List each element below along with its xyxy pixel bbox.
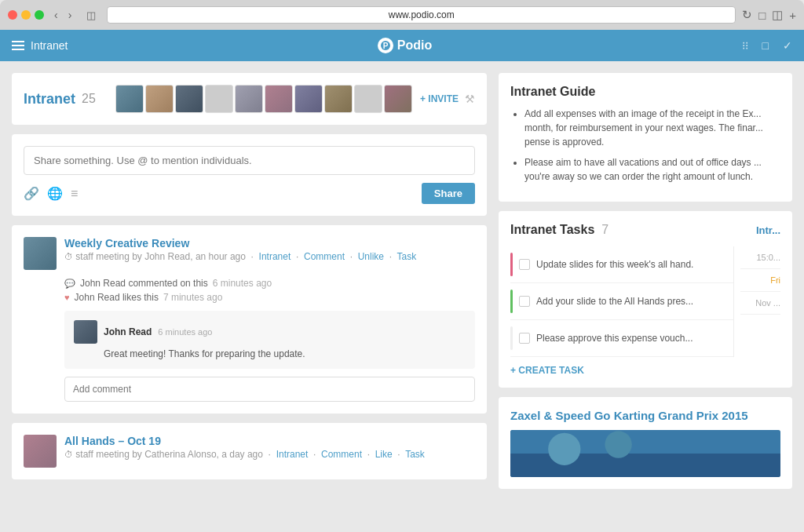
member-avatar xyxy=(354,85,382,113)
close-button[interactable] xyxy=(8,10,17,20)
svg-point-5 xyxy=(605,431,631,457)
task-due-3: Nov ... xyxy=(755,298,780,308)
tasks-title: Intranet Tasks 7 xyxy=(510,223,608,237)
workspace-count: 25 xyxy=(82,92,96,106)
share-browser-button[interactable]: □ xyxy=(758,9,766,22)
workspace-title-text: Intranet xyxy=(24,91,75,107)
address-bar[interactable]: www.podio.com xyxy=(107,6,736,24)
task-checkbox-3[interactable] xyxy=(519,333,530,344)
task-accent-2 xyxy=(510,290,513,313)
reload-button[interactable]: ↻ xyxy=(742,8,752,22)
workspace-link[interactable]: Intranet xyxy=(259,251,291,262)
karting-image xyxy=(510,430,780,477)
fullscreen-button[interactable]: ◫ xyxy=(772,8,783,22)
activity-text-2: John Read likes this xyxy=(75,292,159,303)
left-panel: Intranet 25 + INVITE ⚒ xyxy=(0,61,499,532)
workspace-members: + INVITE ⚒ xyxy=(115,85,475,113)
comment-time: 6 minutes ago xyxy=(158,327,212,337)
comment-activity-icon xyxy=(64,278,75,289)
checkmark-icon[interactable]: ✓ xyxy=(783,39,792,52)
activity-time-2: 7 minutes ago xyxy=(163,292,222,303)
member-avatar xyxy=(115,85,144,113)
task-accent-1 xyxy=(510,253,513,276)
globe-icon[interactable]: 🌐 xyxy=(47,186,63,201)
post2-meta: staff meeting by Catherina Alonso, a day… xyxy=(64,449,475,460)
task-item-1: Update slides for this week's all hand. xyxy=(510,246,733,283)
activity-time-1: 6 minutes ago xyxy=(213,278,272,289)
link-icon[interactable]: 🔗 xyxy=(24,186,39,201)
guide-section: Intranet Guide Add all expenses with an … xyxy=(499,73,792,202)
tasks-side-title[interactable]: Intr... xyxy=(756,224,780,236)
member-avatar xyxy=(235,85,263,113)
tasks-count: 7 xyxy=(598,223,608,236)
member-avatar xyxy=(205,85,233,113)
guide-title: Intranet Guide xyxy=(510,85,780,99)
member-avatar xyxy=(265,85,293,113)
workspace-header: Intranet 25 + INVITE ⚒ xyxy=(12,73,487,125)
task-text-3: Please approve this expense vouch... xyxy=(536,333,693,344)
right-panel: Intranet Guide Add all expenses with an … xyxy=(499,61,804,532)
task-checkbox-1[interactable] xyxy=(519,259,530,270)
list-icon[interactable]: ≡ xyxy=(71,187,78,201)
post-card-2: All Hands – Oct 19 staff meeting by Cath… xyxy=(12,423,487,479)
guide-item-1: Add all expenses with an image of the re… xyxy=(524,107,780,149)
task-item-2: Add your slide to the All Hands pres... xyxy=(510,283,733,320)
post2-task-link[interactable]: Task xyxy=(405,449,425,460)
task-checkbox-2[interactable] xyxy=(519,296,530,307)
task-text-2: Add your slide to the All Hands pres... xyxy=(536,296,693,307)
comment-text: Great meeting! Thanks for preparing the … xyxy=(104,348,466,359)
svg-point-4 xyxy=(548,433,580,465)
minimize-button[interactable] xyxy=(21,10,31,20)
member-avatar xyxy=(384,85,412,113)
task-item-3: Please approve this expense vouch... xyxy=(510,320,733,357)
tasks-section: Intranet Tasks 7 Intr... Update slides f… xyxy=(499,211,792,388)
share-button[interactable]: Share xyxy=(422,183,475,204)
hamburger-menu[interactable] xyxy=(12,41,24,50)
svg-text:P: P xyxy=(382,42,388,50)
back-button[interactable]: ‹ xyxy=(50,7,62,23)
comment-link[interactable]: Comment xyxy=(304,251,345,262)
settings-icon[interactable]: ⚒ xyxy=(465,93,475,105)
task-due-2: Fri xyxy=(770,275,780,285)
post2-author-avatar xyxy=(24,435,57,468)
post2-title[interactable]: All Hands – Oct 19 xyxy=(64,435,475,447)
post2-like-link[interactable]: Like xyxy=(375,449,393,460)
post-author-avatar xyxy=(24,237,57,270)
member-avatar xyxy=(175,85,203,113)
task-link[interactable]: Task xyxy=(397,251,416,262)
new-tab-button[interactable]: + xyxy=(789,9,796,22)
guide-item-2: Please aim to have all vacations and out… xyxy=(524,155,780,184)
traffic-lights xyxy=(8,10,44,20)
window-icon[interactable]: □ xyxy=(762,39,769,52)
member-avatar xyxy=(145,85,174,113)
maximize-button[interactable] xyxy=(35,10,44,20)
invite-button[interactable]: + INVITE xyxy=(420,93,459,104)
member-avatar xyxy=(324,85,353,113)
create-task-button[interactable]: + CREATE TASK xyxy=(510,365,584,376)
post-meta: staff meeting by John Read, an hour ago … xyxy=(64,251,475,262)
task-accent-3 xyxy=(510,326,513,350)
post2-comment-link[interactable]: Comment xyxy=(321,449,362,460)
task-due-1: 15:0... xyxy=(756,253,780,262)
app-name-label: Intranet xyxy=(31,39,68,52)
karting-title[interactable]: Zaxel & Speed Go Karting Grand Prix 2015 xyxy=(510,409,780,422)
forward-button[interactable]: › xyxy=(64,7,76,23)
brand-name: Podio xyxy=(397,38,432,53)
karting-section: Zaxel & Speed Go Karting Grand Prix 2015 xyxy=(499,397,792,489)
comment-author: John Read xyxy=(104,326,152,337)
clock-icon xyxy=(64,251,73,262)
grid-icon[interactable]: ⁝⁝ xyxy=(742,39,748,52)
add-comment-input[interactable] xyxy=(64,377,475,402)
unlike-link[interactable]: Unlike xyxy=(358,251,384,262)
post-title[interactable]: Weekly Creative Review xyxy=(64,237,475,250)
commenter-avatar xyxy=(74,320,97,344)
tab-view-button[interactable]: ◫ xyxy=(82,8,100,23)
guide-list: Add all expenses with an image of the re… xyxy=(510,107,780,184)
comment-block: John Read 6 minutes ago Great meeting! T… xyxy=(64,311,475,369)
share-box: 🔗 🌐 ≡ Share xyxy=(12,134,487,216)
app-bar: Intranet P Podio ⁝⁝ □ ✓ xyxy=(0,30,804,61)
clock2-icon xyxy=(64,449,73,460)
share-input[interactable] xyxy=(24,146,475,175)
post2-workspace-link[interactable]: Intranet xyxy=(276,449,309,460)
heart-activity-icon xyxy=(64,292,70,303)
